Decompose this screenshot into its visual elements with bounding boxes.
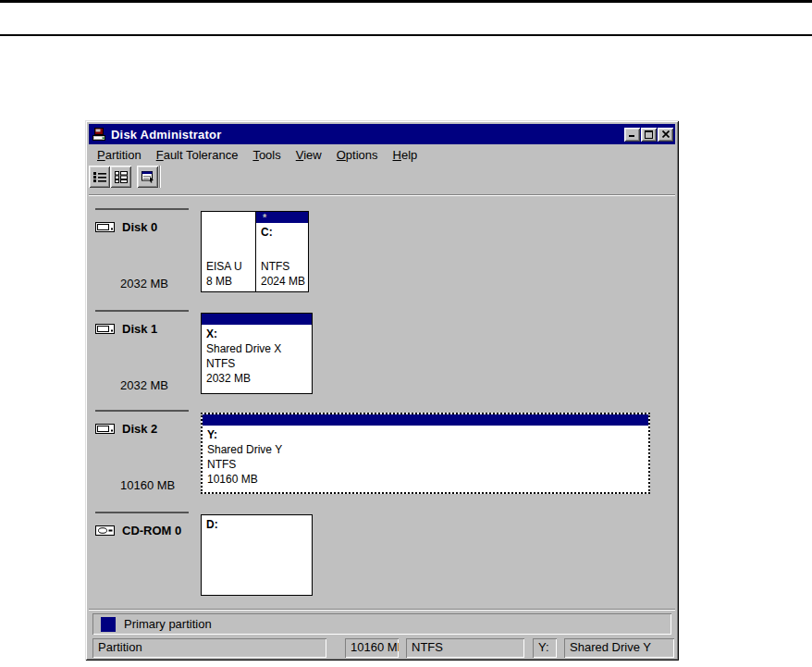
legend-label: Primary partition (124, 617, 212, 631)
page-second-rule (0, 34, 812, 36)
drive-letter: D: (206, 517, 312, 532)
status-drive-letter: Y: (533, 638, 557, 658)
legend-bar: Primary partition (92, 613, 671, 635)
disk-administrator-window: Disk Administrator Partition Fault Toler… (85, 120, 679, 661)
partition-y-selected[interactable]: Y: Shared Drive Y NTFS 10160 MB (201, 413, 650, 494)
disk-row-0: Disk 0 2032 MB EISA U 8 MB * (89, 208, 675, 308)
status-size: 10160 MB (345, 638, 399, 658)
status-filesystem: NTFS (406, 638, 524, 658)
menu-fault-tolerance[interactable]: Fault Tolerance (149, 146, 246, 164)
row-separator (95, 512, 189, 513)
maximize-icon (645, 130, 653, 139)
volumes-view-icon (92, 170, 107, 183)
properties-icon (141, 170, 155, 183)
volume-label: Shared Drive X (206, 341, 312, 356)
row-separator (95, 410, 189, 412)
partition-size: 8 MB (206, 274, 255, 289)
drive-letter: X: (206, 327, 312, 341)
partition-fs: NTFS (261, 259, 308, 274)
page-top-rule (0, 0, 812, 3)
row-separator (95, 310, 189, 312)
close-icon (662, 130, 670, 138)
menu-partition[interactable]: Partition (90, 146, 149, 164)
disk-size: 2032 MB (120, 277, 168, 290)
disk-name: Disk 2 (122, 422, 157, 436)
disk-row-2: Disk 2 10160 MB Y: Shared Drive Y NTFS 1… (89, 410, 675, 510)
disk-size: 2032 MB (120, 378, 168, 392)
hard-disk-icon (95, 323, 116, 335)
toolbar-divider (159, 166, 161, 188)
close-button[interactable] (658, 128, 673, 142)
disk-name: Disk 0 (122, 220, 157, 234)
window-title: Disk Administrator (111, 128, 624, 142)
hard-disk-icon (95, 221, 116, 233)
status-volume-label: Shared Drive Y (564, 638, 674, 658)
volumes-view-button[interactable] (89, 166, 110, 188)
drive-letter: C: (261, 225, 308, 240)
row-separator (95, 208, 189, 210)
menu-options[interactable]: Options (329, 146, 386, 164)
primary-partition-bar (202, 314, 312, 325)
properties-button[interactable] (137, 166, 158, 188)
disk-list: Disk 0 2032 MB EISA U 8 MB * (89, 196, 675, 609)
disk-view-icon (114, 170, 129, 183)
minimize-button[interactable] (624, 128, 640, 142)
menu-help[interactable]: Help (386, 146, 425, 164)
partition-fs: NTFS (207, 457, 648, 472)
status-object-type: Partition (92, 638, 326, 658)
disk-name: CD-ROM 0 (122, 524, 181, 537)
partition-c[interactable]: * C: NTFS 2024 MB (255, 211, 309, 292)
hard-disk-icon (95, 423, 116, 435)
primary-partition-bar: * (256, 212, 308, 223)
partition-x[interactable]: X: Shared Drive X NTFS 2032 MB (201, 313, 313, 394)
menu-tools[interactable]: Tools (245, 146, 288, 164)
disk-view-button[interactable] (110, 166, 131, 188)
primary-partition-bar (203, 414, 648, 426)
status-bar: Partition 10160 MB NTFS Y: Shared Drive … (89, 638, 675, 658)
menu-view[interactable]: View (289, 146, 329, 164)
disk-size: 10160 MB (120, 478, 175, 492)
title-bar[interactable]: Disk Administrator (89, 124, 675, 144)
primary-partition-swatch (101, 617, 116, 632)
partition-size: 2024 MB (261, 274, 308, 289)
toolbar (89, 166, 675, 193)
partition-fs: EISA U (206, 259, 255, 274)
legend-separator-line (89, 609, 675, 611)
minimize-icon (629, 130, 636, 138)
partition-size: 2032 MB (206, 371, 312, 386)
partition-size: 10160 MB (207, 472, 648, 487)
volume-label: Shared Drive Y (207, 442, 648, 457)
disk-name: Disk 1 (122, 322, 157, 336)
disk-administrator-app-icon (92, 127, 107, 142)
partition-fs: NTFS (206, 356, 312, 371)
partition-eisa[interactable]: EISA U 8 MB (201, 211, 256, 292)
disk-row-cdrom: CD-ROM 0 D: (89, 512, 675, 611)
cd-rom-icon (95, 525, 116, 537)
menu-bar: Partition Fault Tolerance Tools View Opt… (89, 145, 675, 164)
active-partition-marker: * (263, 213, 266, 222)
drive-letter: Y: (207, 427, 648, 442)
maximize-button[interactable] (641, 128, 657, 142)
cdrom-d[interactable]: D: (201, 514, 313, 596)
disk-row-1: Disk 1 2032 MB X: Shared Drive X NTFS 20… (89, 310, 675, 410)
